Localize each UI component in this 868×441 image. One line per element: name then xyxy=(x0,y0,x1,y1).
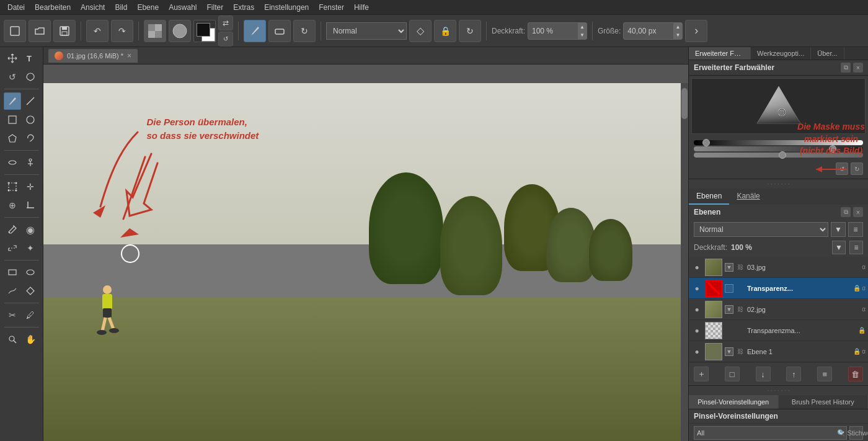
menu-hilfe[interactable]: Hilfe xyxy=(349,0,374,15)
layer-visibility-toggle[interactable]: ● xyxy=(691,304,702,315)
layer-visibility-toggle[interactable]: ● xyxy=(691,325,702,336)
reset-button[interactable]: ↻ xyxy=(459,20,481,42)
swap-colors-button[interactable]: ⇄ xyxy=(218,16,233,30)
color-picker-close-button[interactable]: × xyxy=(853,63,863,73)
document-tab[interactable]: 01.jpg (16,6 MiB) * × xyxy=(48,49,138,63)
scissors-tool[interactable]: ✂ xyxy=(4,306,21,324)
menu-filter[interactable]: Filter xyxy=(202,0,229,15)
transform-tool[interactable] xyxy=(4,178,21,195)
channels-tab[interactable]: Kanäle xyxy=(729,189,767,205)
layer-opacity-dropdown-button[interactable]: ▼ xyxy=(832,241,846,254)
size-down-button[interactable]: ▼ xyxy=(673,31,682,39)
warp-tool[interactable] xyxy=(4,154,21,171)
redo-button[interactable]: ↷ xyxy=(111,20,133,42)
freehand-tool[interactable] xyxy=(4,282,21,300)
erase-button[interactable] xyxy=(268,20,291,42)
pattern-button[interactable] xyxy=(144,20,166,42)
polygon-select-tool[interactable] xyxy=(4,130,21,147)
about-tab[interactable]: Über... xyxy=(811,47,844,60)
layer-options-button[interactable]: ≡ xyxy=(848,222,863,237)
layers-tab[interactable]: Ebenen xyxy=(689,189,729,205)
rect-select-tool[interactable] xyxy=(4,111,21,128)
color-picker-tab[interactable]: Erweiterter Farbw... xyxy=(689,47,751,60)
rotate-ccw-button[interactable]: ↻ xyxy=(851,163,863,175)
eyedropper-tool[interactable] xyxy=(4,221,21,238)
layer-row[interactable]: ● ▼ ⛓ 02.jpg α xyxy=(689,299,868,320)
brush-presets-tab[interactable]: Pinsel-Voreinstellungen xyxy=(689,395,779,409)
color-picker-float-button[interactable]: ⧉ xyxy=(841,63,851,73)
align-tool[interactable]: ✛ xyxy=(22,178,39,195)
menu-fenster[interactable]: Fenster xyxy=(314,0,349,15)
layer-visibility-toggle[interactable]: ● xyxy=(691,283,702,294)
layer-blend-mode-select[interactable]: Normal xyxy=(694,222,828,237)
brush-category-select[interactable]: All xyxy=(694,426,847,440)
menu-ebene[interactable]: Ebene xyxy=(132,0,164,15)
layer-expand-btn[interactable]: ▼ xyxy=(725,347,733,356)
layer-row[interactable]: ● Transparenz... 🔒 α xyxy=(689,278,868,299)
ellipse-tool[interactable] xyxy=(22,264,39,281)
brush-history-tab[interactable]: Brush Preset History xyxy=(779,395,869,409)
move-up-button[interactable]: ↑ xyxy=(786,367,801,381)
document-close-button[interactable]: × xyxy=(127,51,131,60)
layer-expand-btn[interactable]: ▼ xyxy=(725,263,733,272)
menu-datei[interactable]: Datei xyxy=(2,0,30,15)
value-slider[interactable] xyxy=(694,153,863,158)
lasso-tool[interactable] xyxy=(22,68,39,86)
group-layer-button[interactable]: □ xyxy=(725,367,740,381)
save-button[interactable] xyxy=(53,20,76,42)
size-input[interactable] xyxy=(624,27,673,35)
menu-bearbeiten[interactable]: Bearbeiten xyxy=(30,0,76,15)
fill-tool[interactable]: ◉ xyxy=(22,221,39,238)
move-tool[interactable] xyxy=(4,50,21,67)
hue-slider[interactable] xyxy=(694,140,863,145)
color-swatches[interactable] xyxy=(193,20,216,42)
rotate-canvas-button[interactable]: ↻ xyxy=(293,20,316,42)
opacity-up-button[interactable]: ▲ xyxy=(578,23,587,31)
rect-tool[interactable] xyxy=(4,264,21,281)
polygon-tool[interactable] xyxy=(22,282,39,300)
color-wheel[interactable] xyxy=(691,78,866,134)
layers-close-button[interactable]: × xyxy=(853,207,863,217)
menu-extras[interactable]: Extras xyxy=(228,0,259,15)
layer-row[interactable]: ● Transparenzma... 🔒 xyxy=(689,320,868,341)
new-layer-button[interactable] xyxy=(4,20,26,42)
freehand-select-tool[interactable] xyxy=(22,130,39,147)
type-tool[interactable]: T xyxy=(22,50,39,67)
layers-float-button[interactable]: ⧉ xyxy=(841,207,851,217)
layer-arrange-button[interactable]: ≡ xyxy=(849,241,863,254)
ellipse-select-tool[interactable] xyxy=(22,111,39,128)
layer-style-button[interactable]: ≡ xyxy=(817,367,832,381)
undo-button[interactable]: ↶ xyxy=(86,20,108,42)
menu-ansicht[interactable]: Ansicht xyxy=(76,0,110,15)
brush-tool[interactable] xyxy=(4,92,21,110)
rotate-tool[interactable]: ↺ xyxy=(4,68,21,86)
hand-tool[interactable]: ✋ xyxy=(22,331,39,348)
smudge-tool[interactable]: ✦ xyxy=(22,239,39,257)
layer-visibility-toggle[interactable]: ● xyxy=(691,346,702,357)
saturation-slider[interactable] xyxy=(694,146,863,151)
layer-expand-btn[interactable]: ▼ xyxy=(725,305,733,314)
layer-row[interactable]: ● ▼ ⛓ 03.jpg α xyxy=(689,257,868,278)
rotate-cw-button[interactable]: ↺ xyxy=(836,163,848,175)
menu-einstellungen[interactable]: Einstellungen xyxy=(259,0,314,15)
add-layer-button[interactable]: ＋ xyxy=(694,367,709,381)
size-up-button[interactable]: ▲ xyxy=(673,23,682,31)
blend-mode-select[interactable]: Normal xyxy=(326,22,407,40)
layer-filter-button[interactable]: ▼ xyxy=(831,222,846,237)
more-options-button[interactable]: › xyxy=(685,20,707,42)
canvas-scrollbar[interactable] xyxy=(681,83,688,441)
move-down-button[interactable]: ↓ xyxy=(756,367,771,381)
value-thumb[interactable] xyxy=(779,151,786,159)
reset-colors-button[interactable]: ↺ xyxy=(218,32,233,47)
brush-tool-button[interactable] xyxy=(244,20,266,42)
menu-auswahl[interactable]: Auswahl xyxy=(164,0,202,15)
brush-search-icon[interactable]: 🔍 Stichwort xyxy=(849,426,863,440)
anchor-tool[interactable] xyxy=(22,154,39,171)
open-button[interactable] xyxy=(29,20,51,42)
pen-tool[interactable]: 🖊 xyxy=(22,306,39,324)
photo-canvas[interactable]: Die Person übermalen,so dass sie verschw… xyxy=(43,83,688,441)
canvas-scrollbar-thumb[interactable] xyxy=(681,88,688,119)
zoom-tool[interactable] xyxy=(4,331,21,348)
menu-bild[interactable]: Bild xyxy=(110,0,132,15)
line-tool[interactable] xyxy=(22,92,39,110)
